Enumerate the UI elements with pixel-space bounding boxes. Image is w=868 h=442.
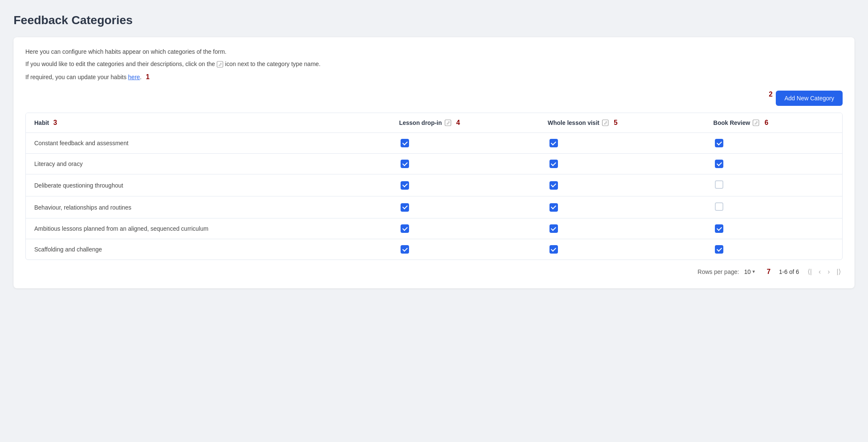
whole_lesson-cell bbox=[539, 239, 705, 260]
last-page-button[interactable]: |⟩ bbox=[835, 267, 843, 276]
book_review-cell bbox=[705, 239, 842, 260]
page-title: Feedback Categories bbox=[14, 14, 854, 27]
lesson_dropin-cell bbox=[390, 196, 539, 218]
whole_lesson-cell bbox=[539, 218, 705, 239]
lesson_dropin-checkbox[interactable] bbox=[401, 160, 409, 168]
table-row: Ambitious lessons planned from an aligne… bbox=[26, 218, 842, 239]
habit-cell: Ambitious lessons planned from an aligne… bbox=[26, 218, 390, 239]
step1-badge: 1 bbox=[146, 73, 150, 80]
rows-per-page-value: 10 bbox=[744, 268, 751, 275]
lesson-dropin-edit-icon[interactable] bbox=[445, 119, 451, 126]
toolbar: 2 Add New Category bbox=[25, 91, 843, 106]
rows-per-page-select[interactable]: 10 ▼ bbox=[744, 268, 755, 275]
table-row: Constant feedback and assessment bbox=[26, 133, 842, 154]
lesson_dropin-checkbox[interactable] bbox=[401, 181, 409, 190]
book_review-cell bbox=[705, 196, 842, 218]
add-new-category-button[interactable]: Add New Category bbox=[776, 91, 843, 106]
whole_lesson-checkbox[interactable] bbox=[549, 181, 558, 190]
whole_lesson-checkbox[interactable] bbox=[549, 245, 558, 254]
lesson_dropin-cell bbox=[390, 133, 539, 154]
table-row: Behaviour, relationships and routines bbox=[26, 196, 842, 218]
whole_lesson-checkbox[interactable] bbox=[549, 139, 558, 147]
lesson_dropin-cell bbox=[390, 239, 539, 260]
habit-cell: Scaffolding and challenge bbox=[26, 239, 390, 260]
lesson_dropin-cell bbox=[390, 154, 539, 174]
whole_lesson-cell bbox=[539, 154, 705, 174]
step6-badge: 6 bbox=[764, 119, 768, 127]
book_review-checkbox[interactable] bbox=[715, 160, 723, 168]
book_review-cell bbox=[705, 133, 842, 154]
lesson_dropin-checkbox[interactable] bbox=[401, 245, 409, 254]
habit-cell: Behaviour, relationships and routines bbox=[26, 196, 390, 218]
info-line2: If you would like to edit the categories… bbox=[25, 60, 843, 69]
book_review-checkbox[interactable] bbox=[715, 202, 723, 211]
page-info: 1-6 of 6 bbox=[779, 268, 799, 275]
book_review-checkbox[interactable] bbox=[715, 224, 723, 233]
rows-dropdown-chevron: ▼ bbox=[752, 269, 756, 274]
whole-lesson-header: Whole lesson visit 5 bbox=[539, 113, 705, 133]
lesson_dropin-checkbox[interactable] bbox=[401, 224, 409, 233]
table-row: Literacy and oracy bbox=[26, 154, 842, 174]
whole-lesson-edit-icon[interactable] bbox=[602, 119, 609, 126]
book_review-checkbox[interactable] bbox=[715, 180, 723, 189]
book_review-cell bbox=[705, 174, 842, 196]
step4-badge: 4 bbox=[456, 119, 460, 127]
lesson_dropin-checkbox[interactable] bbox=[401, 139, 409, 147]
prev-page-button[interactable]: ‹ bbox=[817, 267, 822, 276]
lesson_dropin-cell bbox=[390, 174, 539, 196]
info-line3: If required, you can update your habits … bbox=[25, 72, 843, 82]
book_review-checkbox[interactable] bbox=[715, 139, 723, 147]
lesson_dropin-cell bbox=[390, 218, 539, 239]
whole_lesson-cell bbox=[539, 174, 705, 196]
feedback-table-wrap: Habit 3 Lesson drop-in 4 bbox=[25, 113, 843, 260]
book_review-checkbox[interactable] bbox=[715, 245, 723, 254]
feedback-table: Habit 3 Lesson drop-in 4 bbox=[26, 113, 842, 260]
whole_lesson-checkbox[interactable] bbox=[549, 224, 558, 233]
habit-cell: Deliberate questioning throughout bbox=[26, 174, 390, 196]
rows-per-page-label: Rows per page: bbox=[698, 268, 739, 275]
here-link[interactable]: here bbox=[128, 74, 140, 80]
table-header-row: Habit 3 Lesson drop-in 4 bbox=[26, 113, 842, 133]
step7-badge: 7 bbox=[767, 268, 771, 276]
book_review-cell bbox=[705, 154, 842, 174]
habit-cell: Constant feedback and assessment bbox=[26, 133, 390, 154]
book_review-cell bbox=[705, 218, 842, 239]
step2-badge: 2 bbox=[769, 91, 773, 106]
book-review-header: Book Review 6 bbox=[705, 113, 842, 133]
pagination: Rows per page: 10 ▼ 7 1-6 of 6 ⟨| ‹ › |⟩ bbox=[25, 267, 843, 276]
lesson_dropin-checkbox[interactable] bbox=[401, 203, 409, 212]
whole_lesson-cell bbox=[539, 196, 705, 218]
lesson-dropin-header: Lesson drop-in 4 bbox=[390, 113, 539, 133]
whole_lesson-checkbox[interactable] bbox=[549, 160, 558, 168]
table-row: Deliberate questioning throughout bbox=[26, 174, 842, 196]
whole_lesson-checkbox[interactable] bbox=[549, 203, 558, 212]
habit-cell: Literacy and oracy bbox=[26, 154, 390, 174]
habit-header: Habit 3 bbox=[26, 113, 390, 133]
step5-badge: 5 bbox=[614, 119, 618, 127]
table-row: Scaffolding and challenge bbox=[26, 239, 842, 260]
edit-icon-inline bbox=[217, 61, 223, 68]
whole_lesson-cell bbox=[539, 133, 705, 154]
step3-badge: 3 bbox=[53, 119, 57, 126]
next-page-button[interactable]: › bbox=[826, 267, 832, 276]
info-line1: Here you can configure which habits appe… bbox=[25, 47, 843, 56]
first-page-button[interactable]: ⟨| bbox=[806, 267, 813, 276]
main-card: Here you can configure which habits appe… bbox=[14, 37, 854, 288]
book-review-edit-icon[interactable] bbox=[753, 119, 759, 126]
